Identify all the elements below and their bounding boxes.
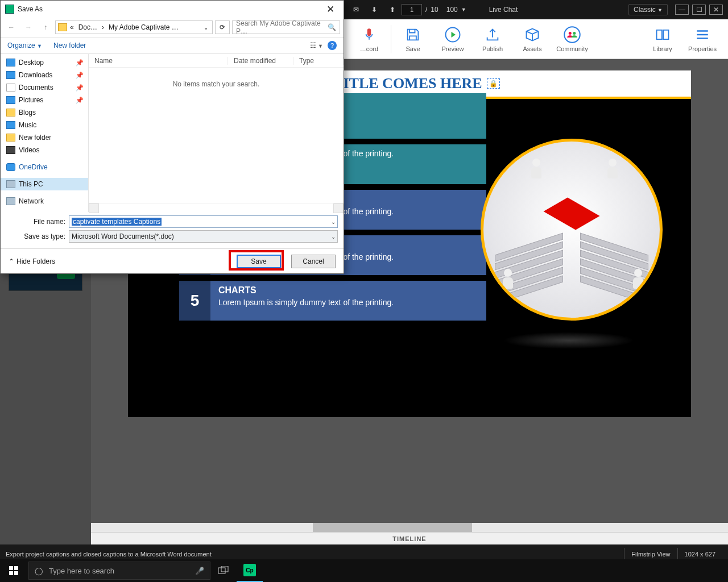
organize-menu[interactable]: Organize ▼ [7,41,42,49]
mail-icon[interactable]: ✉ [348,2,364,18]
save-button[interactable]: Save [393,19,433,59]
tree-pictures[interactable]: Pictures📌 [1,94,88,106]
tree-blogs[interactable]: Blogs [1,106,88,119]
save-type-label: Save as type: [6,232,69,240]
close-button[interactable]: ✕ [709,5,723,15]
tree-onedrive[interactable]: OneDrive [1,161,88,173]
dialog-titlebar[interactable]: Save As ✕ [1,1,344,18]
timeline-tab[interactable]: TIMELINE [91,532,728,544]
horizontal-scrollbar[interactable] [91,523,728,532]
pin-icon: 📌 [76,72,84,79]
list-horizontal-scrollbar[interactable] [89,203,344,212]
column-type[interactable]: Type [293,57,344,65]
status-bar: Export project captions and closed capti… [0,548,728,560]
dialog-toolbar: Organize ▼ New folder ☷ ▼ ? [1,37,344,54]
pin-icon: 📌 [76,84,84,92]
library-button[interactable]: Library [643,19,682,59]
pin-icon: 📌 [76,59,84,66]
scrollbar-thumb[interactable] [313,523,472,532]
folder-icon [58,23,67,31]
zoom-dropdown-icon[interactable]: ▼ [461,7,466,13]
nav-back-button[interactable]: ← [4,20,19,34]
microphone-icon [360,26,378,44]
slide-image[interactable] [481,139,663,321]
dialog-search-input[interactable]: Search My Adobe Captivate P… 🔍 [232,20,340,34]
publish-button[interactable]: Publish [473,19,512,59]
properties-button[interactable]: Properties [682,19,722,59]
refresh-button[interactable]: ⟳ [215,20,230,34]
task-view-button[interactable] [210,559,237,582]
pc-icon [6,180,15,188]
maximize-button[interactable]: ☐ [692,5,706,15]
dialog-close-button[interactable]: ✕ [322,2,339,16]
list-header: Name Date modified Type [89,54,344,68]
live-chat-link[interactable]: Live Chat [489,6,518,14]
svg-rect-6 [9,571,13,575]
tree-videos[interactable]: Videos [1,144,88,156]
tree-downloads[interactable]: Downloads📌 [1,69,88,81]
pictures-icon [6,96,15,104]
upload-icon[interactable]: ⬆ [384,2,400,18]
floppy-icon [404,26,422,44]
tree-desktop[interactable]: Desktop📌 [1,56,88,69]
assets-button[interactable]: Assets [512,19,552,59]
save-button[interactable]: Save [237,255,281,268]
page-total: 10 [431,6,438,14]
tree-documents[interactable]: Documents📌 [1,81,88,94]
help-button[interactable]: ? [328,41,337,50]
folder-icon [6,134,15,142]
windows-taskbar: ◯ Type here to search 🎤 Cp [0,559,728,582]
download-icon[interactable]: ⬇ [366,2,382,18]
hide-folders-toggle[interactable]: ⌃Hide Folders [9,257,55,265]
chevron-down-icon[interactable]: ⌄ [331,219,336,225]
svg-point-3 [573,32,576,35]
svg-rect-9 [221,566,228,572]
microphone-icon[interactable]: 🎤 [195,567,204,575]
chevron-down-icon[interactable]: ⌄ [331,234,336,240]
status-dimensions: 1024 x 627 [677,548,722,560]
image-shadow [503,332,634,349]
book-icon [653,26,672,44]
svg-rect-7 [14,571,18,575]
search-placeholder: Type here to search [49,567,114,575]
file-name-input[interactable]: captivate templates Captions ⌄ [69,215,338,228]
slide-item[interactable]: 5 CHARTSLorem Ipsum is simply dummy text… [179,281,486,321]
zoom-value[interactable]: 100 [446,6,458,14]
svg-point-2 [569,32,572,35]
page-control: / 10 [402,4,439,15]
tree-music[interactable]: Music [1,119,88,131]
documents-icon [6,84,15,92]
breadcrumb[interactable]: « Doc…› My Adobe Captivate … ⌄ [55,20,213,34]
folder-icon [6,109,15,117]
list-empty-message: No items match your search. [89,68,344,203]
dialog-fields: File name: captivate templates Captions … [1,212,344,248]
menu-icon [693,26,712,44]
taskbar-search[interactable]: ◯ Type here to search 🎤 [28,562,210,580]
record-button[interactable]: …cord [349,19,389,59]
tree-new-folder[interactable]: New folder [1,131,88,144]
status-view[interactable]: Filmstrip View [624,548,677,560]
chevron-down-icon[interactable]: ⌄ [202,24,210,31]
start-button[interactable] [0,559,27,582]
nav-forward-button[interactable]: → [21,20,36,34]
tree-this-pc[interactable]: This PC [1,178,88,190]
page-current-input[interactable] [402,4,422,15]
minimize-button[interactable]: — [675,5,689,15]
new-folder-button[interactable]: New folder [53,41,86,49]
column-name[interactable]: Name [89,57,228,65]
preview-button[interactable]: Preview [433,19,473,59]
nav-up-button[interactable]: ↑ [38,20,53,34]
workspace-layout-dropdown[interactable]: Classic ▼ [628,4,668,15]
taskbar-app-captivate[interactable]: Cp [237,559,263,582]
downloads-icon [6,71,15,79]
save-type-select[interactable]: Microsoft Word Documents(*.doc) ⌄ [69,230,338,243]
cancel-button[interactable]: Cancel [291,255,336,268]
view-options-button[interactable]: ☷ ▼ [310,41,323,49]
onedrive-icon [6,163,15,171]
svg-rect-8 [218,568,225,573]
figure-icon [529,159,544,179]
column-date[interactable]: Date modified [228,57,293,65]
tree-network[interactable]: Network [1,195,88,207]
lock-icon: 🔒 [487,78,500,89]
community-button[interactable]: Community [552,19,592,59]
